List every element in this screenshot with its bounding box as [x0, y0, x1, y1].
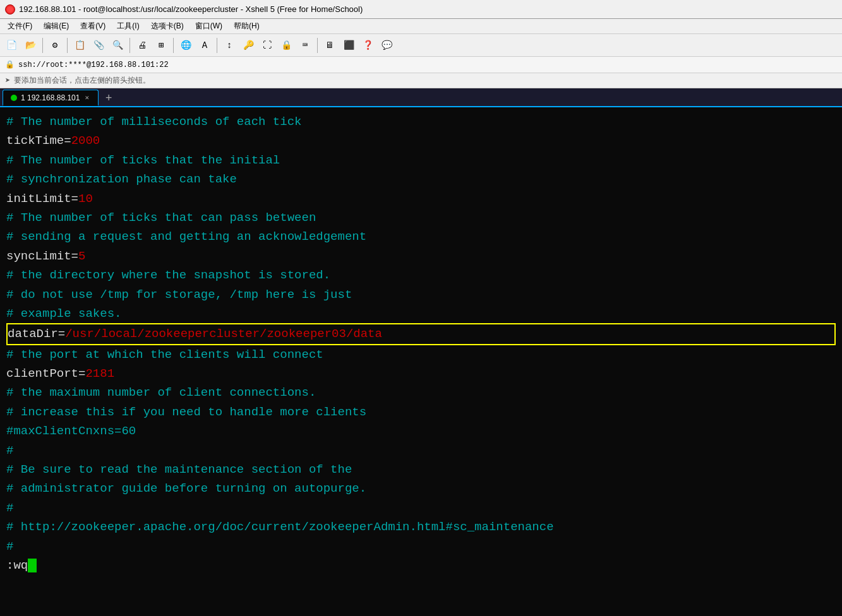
terminal-line: # example sakes.: [6, 304, 836, 323]
terminal-line: #maxClientCnxns=60: [6, 422, 836, 441]
terminal-cmd-line: :wq: [6, 556, 836, 575]
toolbar-find[interactable]: 🔍: [109, 37, 126, 54]
tab-session-1[interactable]: 1 192.168.88.101 ✕: [3, 90, 99, 106]
lock-icon: 🔒: [5, 60, 15, 69]
terminal-line: #: [6, 537, 836, 556]
address-text: ssh://root:****@192.168.88.101:22: [18, 61, 169, 69]
toolbar-keyboard[interactable]: ⌨: [296, 37, 314, 54]
highlighted-line: dataDir=/usr/local/zookeepercluster/zook…: [6, 323, 836, 345]
menu-help[interactable]: 帮助(H): [229, 20, 265, 33]
menu-bar: 文件(F) 编辑(E) 查看(V) 工具(I) 选项卡(B) 窗口(W) 帮助(…: [0, 19, 842, 34]
terminal-line: # http://zookeeper.apache.org/doc/curren…: [6, 518, 836, 536]
toolbar-new[interactable]: 📄: [3, 37, 20, 54]
terminal-line: #: [6, 441, 836, 460]
toolbar-settings[interactable]: ⚙: [46, 37, 64, 54]
toolbar-copy[interactable]: 📋: [71, 37, 88, 54]
toolbar-monitor[interactable]: 🖥: [321, 37, 339, 54]
terminal[interactable]: # The number of milliseconds of each tic…: [0, 107, 842, 616]
toolbar-transfer[interactable]: ↕: [220, 37, 238, 54]
terminal-line: tickTime=2000: [6, 131, 836, 150]
menu-tools[interactable]: 工具(I): [112, 20, 144, 33]
menu-view[interactable]: 查看(V): [75, 20, 111, 33]
terminal-line: # do not use /tmp for storage, /tmp here…: [6, 285, 836, 304]
toolbar-paste[interactable]: 📎: [90, 37, 107, 54]
toolbar-key[interactable]: 🔑: [239, 37, 257, 54]
toolbar-lock[interactable]: 🔒: [277, 37, 295, 54]
toolbar-sep-2: [67, 38, 68, 53]
toolbar-split[interactable]: ⬛: [340, 37, 358, 54]
arrow-icon: ➤: [5, 75, 10, 86]
toolbar-comment[interactable]: 💬: [378, 37, 395, 54]
menu-tabs[interactable]: 选项卡(B): [146, 20, 189, 33]
terminal-line: # The number of ticks that can pass betw…: [6, 208, 836, 227]
terminal-line: # increase this if you need to handle mo…: [6, 403, 836, 422]
terminal-line: # sending a request and getting an ackno…: [6, 227, 836, 246]
toolbar-globe[interactable]: 🌐: [177, 37, 195, 54]
toolbar-font[interactable]: A: [196, 37, 214, 54]
tab-close-btn[interactable]: ✕: [83, 93, 90, 102]
terminal-line: #: [6, 499, 836, 518]
menu-file[interactable]: 文件(F): [3, 20, 37, 33]
toolbar-print[interactable]: 🖨: [133, 37, 151, 54]
toolbar-sep-4: [173, 38, 174, 53]
address-bar: 🔒 ssh://root:****@192.168.88.101:22: [0, 57, 842, 73]
terminal-line: syncLimit=5: [6, 247, 836, 266]
terminal-line: # the directory where the snapshot is st…: [6, 266, 836, 285]
tab-bar: 1 192.168.88.101 ✕ +: [0, 88, 842, 107]
toolbar: 📄 📂 ⚙ 📋 📎 🔍 🖨 ⊞ 🌐 A ↕ 🔑 ⛶ 🔒 ⌨ 🖥 ⬛ ❓ 💬: [0, 34, 842, 57]
toolbar-help[interactable]: ❓: [359, 37, 376, 54]
app-icon: [5, 4, 15, 15]
terminal-line: # administrator guide before turning on …: [6, 479, 836, 498]
terminal-line: clientPort=2181: [6, 364, 836, 383]
terminal-cursor: [28, 559, 37, 572]
toolbar-sep-1: [42, 38, 43, 53]
terminal-line: # The number of milliseconds of each tic…: [6, 112, 836, 131]
toolbar-sep-3: [129, 38, 130, 53]
tab-label: 1 192.168.88.101: [21, 93, 80, 102]
title-bar: 192.168.88.101 - root@localhost:/usr/loc…: [0, 0, 842, 19]
menu-edit[interactable]: 编辑(E): [39, 20, 74, 33]
info-text: 要添加当前会话，点击左侧的箭头按钮。: [14, 75, 150, 86]
toolbar-layout[interactable]: ⊞: [152, 37, 170, 54]
terminal-line: # The number of ticks that the initial: [6, 151, 836, 170]
terminal-line: # Be sure to read the maintenance sectio…: [6, 460, 836, 479]
toolbar-fullscreen[interactable]: ⛶: [258, 37, 276, 54]
terminal-line: # the port at which the clients will con…: [6, 345, 836, 364]
toolbar-open[interactable]: 📂: [21, 37, 39, 54]
toolbar-sep-5: [217, 38, 217, 53]
tab-active-dot: [11, 95, 17, 101]
toolbar-sep-6: [317, 38, 318, 53]
tab-add-btn[interactable]: +: [101, 91, 116, 106]
title-text: 192.168.88.101 - root@localhost:/usr/loc…: [19, 4, 363, 14]
menu-window[interactable]: 窗口(W): [190, 20, 227, 33]
terminal-line: initLimit=10: [6, 189, 836, 208]
terminal-line: # synchronization phase can take: [6, 170, 836, 189]
terminal-line: # the maximum number of client connectio…: [6, 383, 836, 402]
info-bar: ➤ 要添加当前会话，点击左侧的箭头按钮。: [0, 73, 842, 88]
